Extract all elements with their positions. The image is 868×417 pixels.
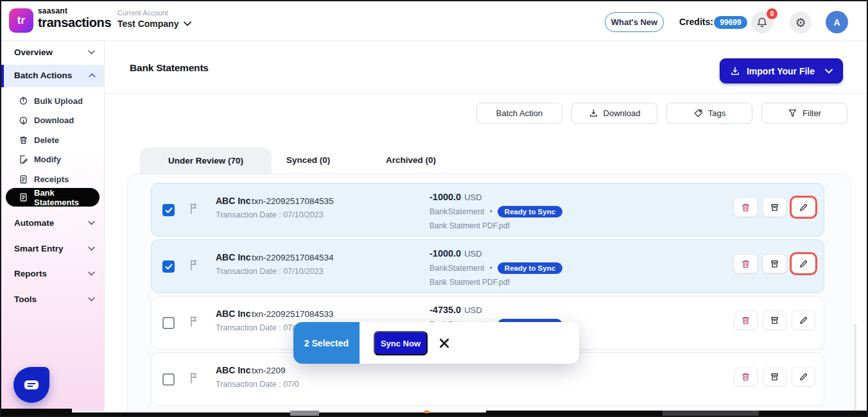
- transaction-id: txn-22092517084535: [252, 196, 334, 206]
- progress-marker: [424, 411, 430, 413]
- delete-button[interactable]: [734, 198, 758, 217]
- edit-button-highlighted[interactable]: [792, 198, 815, 217]
- credits-label: Credits:: [679, 17, 713, 27]
- row-checkbox-checked[interactable]: [162, 260, 175, 273]
- sidebar-item-tools[interactable]: Tools: [14, 294, 95, 304]
- transaction-type: BankStatement: [430, 207, 484, 216]
- delete-button[interactable]: [734, 311, 758, 330]
- account-label: Current Account: [117, 9, 191, 17]
- sidebar-item-bank-statements[interactable]: Bank Statements: [6, 188, 100, 207]
- transactions-list-card: ABC Inc txn-22092517084535 Transaction D…: [127, 174, 851, 416]
- brand-line2: transactions: [38, 16, 111, 29]
- sidebar-label-receipts: Receipts: [34, 174, 69, 184]
- sidebar-item-reports[interactable]: Reports: [14, 269, 95, 278]
- import-button-label: Import Your File: [747, 66, 815, 76]
- flag-icon[interactable]: [188, 202, 199, 215]
- chat-icon: [24, 380, 39, 391]
- chevron-down-icon: [88, 271, 95, 276]
- flag-icon[interactable]: [188, 259, 199, 271]
- transaction-row[interactable]: ABC Inc txn-22092517084535 Transaction D…: [151, 183, 824, 237]
- archive-button[interactable]: [763, 311, 786, 330]
- brand-line1: saasant: [38, 7, 111, 15]
- company-name: ABC Inc: [216, 309, 250, 319]
- sidebar-label-modify: Modify: [34, 155, 61, 164]
- batch-action-button[interactable]: Batch Action: [476, 103, 562, 124]
- import-file-button[interactable]: Import Your File: [720, 58, 843, 83]
- tags-button[interactable]: Tags: [666, 103, 752, 124]
- filter-icon: [788, 108, 797, 118]
- upload-icon: [19, 96, 28, 106]
- edit-button[interactable]: [792, 311, 815, 330]
- edit-button-highlighted[interactable]: [792, 254, 815, 273]
- tab-under-review[interactable]: Under Review (70): [140, 148, 272, 174]
- row-checkbox-checked[interactable]: [162, 204, 175, 216]
- transaction-type: BankStatement: [430, 264, 484, 273]
- delete-button[interactable]: [734, 254, 758, 273]
- tab-archived-label: Archived (0): [386, 155, 436, 165]
- archive-button[interactable]: [763, 254, 786, 273]
- archive-button[interactable]: [763, 198, 786, 217]
- avatar[interactable]: A: [826, 11, 848, 33]
- sidebar-item-delete[interactable]: Delete: [1, 131, 105, 149]
- page-title: Bank Statements: [130, 62, 209, 74]
- row-checkbox[interactable]: [162, 373, 175, 386]
- filter-button[interactable]: Filter: [761, 103, 847, 124]
- transaction-date: Transaction Date : 07/10/2023: [216, 267, 324, 276]
- filter-label: Filter: [803, 108, 821, 118]
- sidebar-item-automate[interactable]: Automate: [14, 218, 95, 228]
- delete-button[interactable]: [734, 367, 758, 386]
- flag-icon[interactable]: [188, 315, 199, 328]
- gear-icon: ⚙: [795, 15, 806, 30]
- currency: USD: [464, 249, 482, 259]
- status-badge: Ready to Sync: [498, 262, 562, 274]
- transaction-row[interactable]: ABC Inc txn-22092517084534 Transaction D…: [151, 239, 824, 293]
- chevron-down-icon: [88, 50, 95, 55]
- sidebar-label-delete: Delete: [34, 135, 59, 145]
- app-window: tr saasant transactions Current Account …: [0, 0, 868, 417]
- sidebar-item-modify[interactable]: Modify: [1, 150, 105, 168]
- video-progress-bar: [1, 411, 867, 416]
- tab-synced-label: Synced (0): [286, 155, 330, 165]
- chevron-down-icon: [88, 221, 95, 225]
- whats-new-button[interactable]: What's New: [605, 12, 664, 32]
- download-button[interactable]: Download: [571, 103, 657, 124]
- active-section-indicator: [1, 65, 4, 87]
- sidebar-item-smart-entry[interactable]: Smart Entry: [14, 244, 95, 253]
- sidebar: Overview Batch Actions Bulk Upload Downl…: [1, 41, 105, 417]
- sidebar-label-overview: Overview: [14, 47, 53, 57]
- transaction-id: txn-22092517084534: [252, 253, 334, 262]
- chevron-down-icon: [184, 21, 191, 26]
- download-label: Download: [603, 108, 641, 118]
- tab-archived[interactable]: Archived (0): [386, 155, 436, 165]
- list-toolbar: Batch Action Download Tags Filter: [476, 103, 847, 124]
- brand-logo[interactable]: tr: [9, 8, 33, 33]
- settings-button[interactable]: ⚙: [790, 12, 812, 33]
- account-switcher[interactable]: Current Account Test Company: [117, 9, 191, 29]
- tab-synced[interactable]: Synced (0): [286, 155, 330, 165]
- transaction-id: txn-2209: [252, 366, 286, 375]
- sync-now-button[interactable]: Sync Now: [374, 331, 428, 355]
- transaction-date: Transaction Date : 07/0: [216, 380, 299, 389]
- chat-launcher-button[interactable]: [13, 367, 49, 403]
- edit-button[interactable]: [792, 367, 815, 386]
- sidebar-item-batch-actions[interactable]: Batch Actions: [1, 65, 105, 87]
- divider: [105, 93, 867, 94]
- scrollbar[interactable]: [854, 323, 856, 416]
- archive-button[interactable]: [763, 367, 786, 386]
- sidebar-label-smart-entry: Smart Entry: [14, 244, 64, 253]
- row-checkbox[interactable]: [162, 317, 175, 329]
- progress-bar-segment: [290, 411, 319, 416]
- sidebar-item-download[interactable]: Download: [1, 111, 105, 129]
- tab-under-review-label: Under Review (70): [168, 156, 243, 166]
- sidebar-item-bulk-upload[interactable]: Bulk Upload: [1, 92, 105, 110]
- close-icon[interactable]: [437, 336, 451, 350]
- progress-bar-segment: [663, 411, 759, 416]
- tag-icon: [693, 108, 703, 118]
- transaction-date: Transaction Date : 07/10/2023: [216, 210, 324, 219]
- chevron-down-icon: [88, 246, 95, 251]
- sidebar-item-overview[interactable]: Overview: [14, 47, 95, 57]
- flag-icon[interactable]: [188, 371, 199, 384]
- progress-bar-segment: [1, 409, 72, 416]
- sidebar-item-receipts[interactable]: Receipts: [1, 170, 105, 188]
- notification-count-badge: 0: [767, 8, 777, 19]
